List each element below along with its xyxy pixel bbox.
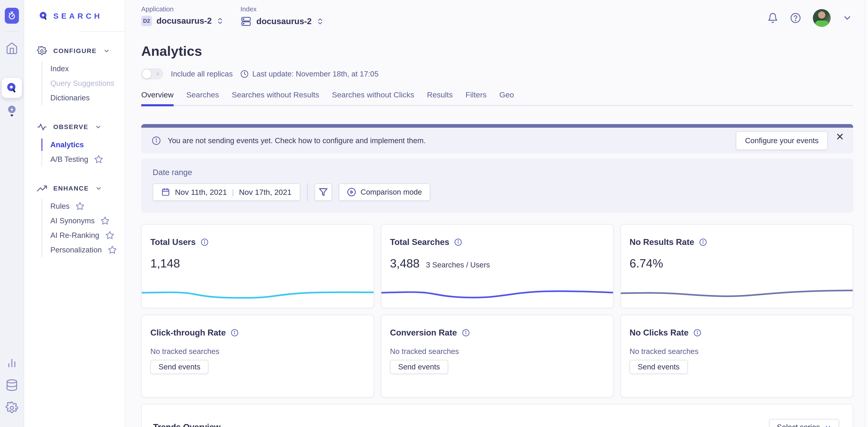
sidebar-item-query-suggestions[interactable]: Query Suggestions	[42, 76, 125, 91]
info-icon[interactable]	[454, 238, 462, 246]
metric-card-total-searches: Total Searches 3,488 3 Searches / Users	[381, 224, 614, 308]
include-replicas-toggle[interactable]: ✕	[141, 68, 163, 79]
nav-section-configure: CONFIGURE Index Query Suggestions Dictio…	[37, 46, 125, 105]
controls-divider	[307, 183, 308, 201]
info-icon[interactable]	[201, 238, 209, 246]
database-icon[interactable]	[5, 379, 18, 392]
tab-filters[interactable]: Filters	[465, 90, 487, 105]
sidebar-item-ai-synonyms[interactable]: AI Synonyms	[42, 214, 125, 228]
comparison-mode-label: Comparison mode	[361, 188, 422, 196]
metric-card-no-clicks-rate: No Clicks Rate No tracked searches Send …	[620, 315, 853, 397]
filter-funnel-icon[interactable]	[315, 184, 332, 201]
metrics-row-2: Click-through Rate No tracked searches S…	[141, 315, 853, 397]
info-icon	[152, 136, 161, 145]
sidebar-item-ab-testing[interactable]: A/B Testing	[42, 152, 125, 167]
tab-overview[interactable]: Overview	[141, 90, 174, 105]
index-value: docusaurus-2	[256, 17, 312, 26]
banner-accent-bar	[141, 124, 853, 128]
configure-events-button[interactable]: Configure your events	[736, 131, 828, 150]
nav-section-observe: OBSERVE Analytics A/B Testing	[37, 122, 125, 167]
send-events-button[interactable]: Send events	[150, 360, 209, 374]
metric-title: Click-through Rate	[150, 328, 226, 337]
help-icon[interactable]	[790, 12, 801, 24]
sidebar-item-dictionaries[interactable]: Dictionaries	[42, 91, 125, 105]
nav-header-observe[interactable]: OBSERVE	[37, 122, 125, 132]
app-logo-tile[interactable]	[5, 8, 19, 24]
timer-icon	[7, 11, 17, 20]
send-events-button[interactable]: Send events	[629, 360, 688, 374]
product-logo[interactable]: SEARCH	[24, 0, 125, 32]
user-avatar[interactable]	[813, 9, 831, 27]
scrollbar[interactable]	[865, 0, 868, 427]
trending-up-icon	[37, 184, 47, 194]
date-range-panel: Date range Nov 11th, 2021 | Nov 17th, 20…	[141, 158, 853, 213]
notifications-bell-icon[interactable]	[767, 12, 778, 24]
tab-searches-without-results[interactable]: Searches without Results	[232, 90, 319, 105]
star-icon	[75, 202, 85, 211]
comparison-mode-button[interactable]: Comparison mode	[339, 184, 430, 201]
settings-gear-icon[interactable]	[5, 401, 18, 414]
date-range-heading: Date range	[153, 168, 842, 177]
metric-title: Total Users	[150, 237, 196, 247]
lightbulb-icon[interactable]	[6, 104, 18, 118]
sidebar-item-personalization[interactable]: Personalization	[42, 243, 125, 257]
sidebar-item-analytics[interactable]: Analytics	[42, 137, 125, 152]
send-events-button[interactable]: Send events	[390, 360, 448, 374]
nav-header-enhance[interactable]: ENHANCE	[37, 184, 125, 194]
tab-searches-without-clicks[interactable]: Searches without Clicks	[332, 90, 414, 105]
gear-icon	[37, 46, 47, 56]
tab-results[interactable]: Results	[427, 90, 453, 105]
application-select[interactable]: D2 docusaurus-2	[141, 16, 224, 26]
metric-title: Total Searches	[390, 237, 449, 247]
last-update-text: Last update: November 18th, at 17:05	[252, 70, 378, 78]
nav-header-configure[interactable]: CONFIGURE	[37, 46, 125, 56]
page-title: Analytics	[141, 43, 853, 59]
icon-rail	[0, 0, 24, 427]
index-select[interactable]: docusaurus-2	[240, 16, 324, 27]
activity-icon	[37, 122, 47, 132]
banner-message: You are not sending events yet. Check ho…	[168, 136, 426, 145]
date-start: Nov 11th, 2021	[175, 188, 227, 197]
tab-geo[interactable]: Geo	[499, 90, 514, 105]
sidebar-item-rules[interactable]: Rules	[42, 199, 125, 214]
sidebar: SEARCH CONFIGURE	[24, 0, 125, 427]
clock-icon	[240, 70, 249, 78]
account-chevron-down-icon[interactable]	[842, 13, 852, 23]
sidebar-item-label: AI Re-Ranking	[50, 231, 99, 240]
bar-chart-icon[interactable]	[6, 357, 18, 369]
sidebar-item-index[interactable]: Index	[42, 61, 125, 76]
date-range-picker[interactable]: Nov 11th, 2021 | Nov 17th, 2021	[153, 184, 300, 201]
info-icon[interactable]	[693, 329, 701, 337]
info-icon[interactable]	[699, 238, 707, 246]
star-icon	[94, 155, 103, 164]
info-icon[interactable]	[462, 329, 470, 337]
chevron-down-icon	[103, 47, 110, 55]
metric-title: No Results Rate	[629, 237, 694, 247]
metric-title: No Clicks Rate	[629, 328, 688, 337]
select-series-button[interactable]: Select series	[769, 419, 839, 427]
metric-note: 3 Searches / Users	[426, 261, 490, 269]
sparkline-total-searches	[381, 279, 613, 302]
metric-card-no-results-rate: No Results Rate 6.74%	[620, 224, 853, 308]
search-product-tile[interactable]	[2, 78, 22, 98]
rail-divider	[5, 31, 19, 32]
sidebar-item-ai-re-ranking[interactable]: AI Re-Ranking	[42, 228, 125, 243]
trends-title: Trends Overview	[153, 422, 220, 427]
date-separator: |	[232, 188, 234, 197]
tab-searches[interactable]: Searches	[186, 90, 219, 105]
nav-section-label: OBSERVE	[53, 123, 88, 131]
topbar: Application D2 docusaurus-2 Index	[125, 0, 868, 32]
empty-state-text: No tracked searches	[381, 337, 613, 356]
nav-items-enhance: Rules AI Synonyms AI Re-Ranking	[41, 199, 125, 257]
metric-card-click-through-rate: Click-through Rate No tracked searches S…	[141, 315, 374, 397]
star-icon	[105, 231, 114, 240]
sidebar-item-label: Rules	[50, 202, 69, 210]
info-icon[interactable]	[231, 329, 239, 337]
date-end: Nov 17th, 2021	[239, 188, 291, 197]
search-icon	[5, 81, 18, 94]
home-icon[interactable]	[5, 42, 18, 55]
banner-close-icon[interactable]: ✕	[836, 132, 844, 142]
last-update: Last update: November 18th, at 17:05	[240, 70, 378, 78]
application-badge: D2	[141, 16, 152, 26]
empty-state-text: No tracked searches	[621, 337, 853, 356]
